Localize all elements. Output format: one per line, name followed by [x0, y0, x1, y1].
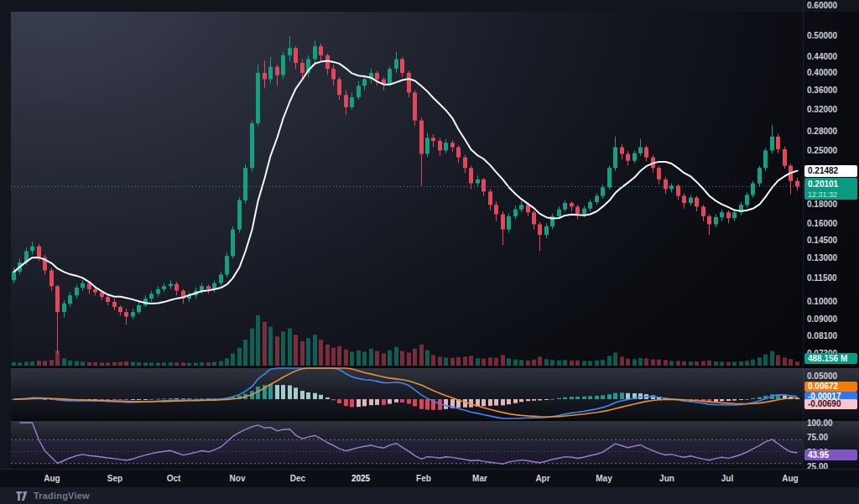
axis-tick-label: 0.32000: [807, 105, 837, 114]
time-tick-month: May: [596, 474, 612, 483]
time-tick-month: Oct: [167, 474, 181, 483]
volume-bars-layer: [12, 315, 799, 366]
time-tick-month: Jun: [659, 474, 674, 483]
time-tick-month: Dec: [290, 474, 305, 483]
axis-tick-label: 0.28000: [807, 127, 837, 136]
time-tick-month: Aug: [782, 474, 798, 483]
time-tick-month: Apr: [535, 474, 549, 483]
axis-tick-label: 100.00: [807, 418, 833, 428]
time-tick-month: Aug: [44, 474, 60, 483]
time-axis[interactable]: AugSepOctNovDec2025FebMarAprMayJunJulAug: [0, 469, 859, 488]
axis-tick-label: 75.00: [807, 433, 828, 442]
axis-tick-label: 0.09000: [807, 314, 837, 324]
last-price-value: 0.20101: [808, 179, 857, 190]
axis-tick-label: 0.13000: [807, 253, 837, 262]
chart-canvas[interactable]: [0, 0, 859, 504]
axis-tick-label: 0.11500: [807, 273, 837, 283]
macd-signal-axis-label: 0.00672: [804, 382, 857, 392]
macd-histogram-layer: [12, 384, 799, 410]
tradingview-logo-icon[interactable]: [16, 491, 29, 501]
time-tick-month: Feb: [416, 474, 431, 483]
bar-countdown: 12:31:32: [808, 190, 857, 200]
chart-window: 0.600000.500000.440000.400000.360000.320…: [0, 0, 859, 504]
axis-tick-label: 0.16000: [807, 219, 837, 228]
time-tick-month: Jul: [721, 474, 733, 483]
axis-tick-label: 0.08100: [807, 331, 837, 340]
rsi-layer: [11, 423, 803, 464]
time-tick-month: Nov: [230, 474, 246, 483]
axis-tick-label: 0.18000: [807, 200, 837, 209]
candles-layer: [12, 36, 799, 354]
macd-lines-layer: [14, 368, 798, 418]
ma-line-layer: [14, 61, 798, 304]
axis-tick-label: 0.14500: [807, 236, 837, 245]
axis-tick-label: 0.36000: [807, 86, 837, 95]
footer-bar: TradingView: [0, 487, 859, 504]
rsi-axis-label: 43.95: [804, 449, 857, 460]
axis-tick-label: 0.25000: [807, 146, 837, 155]
axis-tick-label: 0.44000: [807, 52, 837, 61]
time-tick-year: 2025: [351, 474, 370, 483]
axis-tick-label: 0.10000: [807, 297, 837, 306]
macd-histogram-axis-label: -0.00690: [804, 399, 857, 409]
ma-axis-label: 0.21482: [804, 165, 857, 177]
time-tick-month: Mar: [472, 474, 487, 483]
volume-axis-label: 488.156 M: [804, 353, 857, 364]
axis-tick-label: 0.50000: [807, 31, 837, 40]
tradingview-brand-text[interactable]: TradingView: [34, 491, 90, 501]
time-tick-month: Sep: [107, 474, 122, 483]
last-price-axis-label: 0.20101 12:31:32: [804, 178, 857, 200]
axis-tick-label: 0.40000: [807, 68, 837, 77]
axis-tick-label: 0.05000: [807, 372, 837, 381]
axis-tick-label: 0.60000: [807, 1, 837, 10]
